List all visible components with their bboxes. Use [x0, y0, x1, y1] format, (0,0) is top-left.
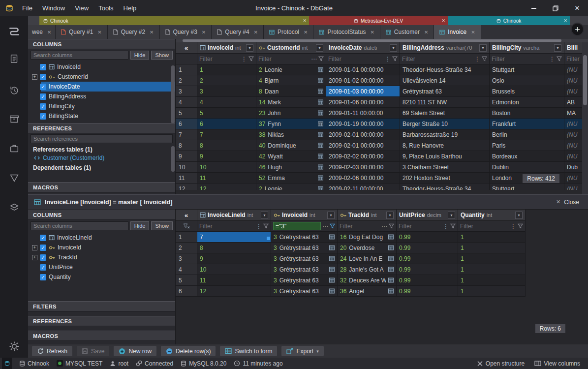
detail-grid-cell-4-quantity[interactable]: 1	[458, 264, 526, 275]
tab-query-4[interactable]: Query #4✕	[212, 25, 264, 39]
main-grid-rownum-6[interactable]: 6	[176, 119, 197, 129]
main-grid-cell-7-customerid[interactable]: 38Niklas	[256, 129, 326, 140]
macros-section-header[interactable]: MACROS	[28, 182, 175, 192]
apps-icon[interactable]	[0, 138, 28, 159]
master-columns-item-invoiceid[interactable]: ✓InvoiceId	[28, 62, 175, 72]
main-grid-rownum-9[interactable]: 9	[176, 151, 197, 162]
detail-grid-cell-3-unitprice[interactable]: 0.99	[397, 253, 458, 264]
main-grid-cell-5-billi[interactable]: MA	[564, 108, 582, 119]
main-grid-cell-3-billingcity[interactable]: Brussels	[490, 86, 564, 97]
tab-group-close-icon[interactable]: ✕	[441, 18, 445, 23]
open-detail-icon[interactable]	[388, 267, 394, 272]
detail-grid-cell-3-trackid[interactable]: 24Love In An E	[338, 253, 397, 264]
detail-grid-cell-3-invoiceid[interactable]: 3Grétrystraat 63	[271, 253, 338, 264]
master-columns-item-billingstate[interactable]: ✓BillingState	[28, 111, 175, 121]
filter-menu-icon[interactable]: ⋮	[241, 56, 247, 62]
funnel-icon[interactable]	[330, 223, 335, 229]
columns-section-header[interactable]: COLUMNS	[28, 210, 175, 220]
filter-menu-icon[interactable]: ⋯	[322, 223, 328, 230]
menu-tools[interactable]: Tools	[93, 0, 118, 16]
column-menu-icon[interactable]: ▾	[386, 212, 394, 219]
detail-grid-filter-invoicelineid[interactable]: Filter⋮	[197, 221, 271, 232]
detail-grid-colheader-invoiceid[interactable]: InvoiceIdint▾	[271, 210, 338, 221]
filter-input[interactable]: Filter	[399, 223, 441, 230]
references-section-header[interactable]: REFERENCES	[28, 123, 175, 133]
main-grid-cell-8-invoicedate[interactable]: 2009-02-01 00:00:00	[326, 140, 400, 151]
filters-section-header[interactable]: FILTERS	[28, 301, 175, 311]
main-grid-rownum-3[interactable]: 3	[176, 86, 197, 97]
hide-button[interactable]: Hide	[130, 51, 150, 60]
open-detail-icon[interactable]	[318, 110, 323, 116]
main-grid-cell-7-invoicedate[interactable]: 2009-02-01 00:00:00	[326, 129, 400, 140]
settings-gear-icon[interactable]	[0, 336, 28, 357]
main-grid-cell-10-billingaddress[interactable]: 3 Chatham Street	[400, 162, 490, 173]
funnel-icon[interactable]	[518, 223, 523, 229]
detail-grid-rownum-4[interactable]: 4	[176, 264, 197, 275]
toolbar-export-button[interactable]: Export▾	[281, 346, 323, 356]
main-grid-filter-billingcity[interactable]: Filter⋮	[490, 54, 564, 64]
main-grid-cell-8-billi[interactable]: (NU	[564, 140, 582, 151]
detail-grid-cell-5-unitprice[interactable]: 0.99	[397, 275, 458, 286]
query-designer-icon[interactable]	[0, 168, 28, 188]
column-menu-icon[interactable]: ▾	[554, 44, 561, 52]
main-grid-colheader-customerid[interactable]: CustomerIdint▾	[256, 42, 326, 54]
scrollbar-thumb[interactable]	[183, 39, 561, 42]
references-section-header[interactable]: REFERENCES	[28, 316, 175, 326]
main-grid-cell-12-customerid[interactable]: 2Leonie	[256, 184, 326, 190]
main-grid-cell-3-billingaddress[interactable]: Grétrystraat 63	[400, 86, 490, 97]
menu-view[interactable]: View	[70, 0, 93, 16]
hide-button[interactable]: Hide	[130, 221, 150, 230]
filter-input[interactable]: Filter	[328, 56, 383, 62]
main-grid-filter-billingaddress[interactable]: Filter⋮	[400, 54, 490, 64]
main-grid-cell-5-customerid[interactable]: 23John	[256, 108, 326, 119]
filter-input[interactable]: Filter	[402, 56, 473, 62]
main-grid-cell-4-invoiceid[interactable]: 4	[197, 97, 256, 108]
scrollbar-thumb[interactable]	[583, 55, 587, 105]
main-grid-cell-5-billingaddress[interactable]: 69 Salem Street	[400, 108, 490, 119]
filter-menu-icon[interactable]: ⋮	[385, 56, 391, 62]
open-detail-icon[interactable]	[329, 267, 335, 272]
main-grid-cell-10-invoiceid[interactable]: 10	[197, 162, 256, 173]
detail-grid-cell-1-unitprice[interactable]: 0.99	[397, 232, 458, 243]
expand-icon[interactable]: +	[32, 245, 37, 250]
detail-grid-cell-2-invoiceid[interactable]: 3Grétrystraat 63	[271, 243, 338, 253]
tab-close-icon[interactable]: ✕	[304, 30, 308, 35]
detail-grid-colheader-trackid[interactable]: TrackIdint▾	[338, 210, 397, 221]
main-grid-cell-6-invoiceid[interactable]: 6	[197, 119, 256, 129]
main-grid-cell-12-invoiceid[interactable]: 12	[197, 184, 256, 190]
open-detail-icon[interactable]	[329, 277, 335, 283]
main-grid-cell-2-invoicedate[interactable]: 2009-01-02 00:00:00	[326, 75, 400, 86]
search-references-input[interactable]	[31, 134, 173, 143]
detail-grid-filter-trackid[interactable]: Filter⋯	[338, 221, 397, 232]
main-grid-filter-billi[interactable]: Filter⋮	[564, 54, 582, 64]
open-detail-icon[interactable]	[329, 256, 335, 261]
main-grid-cell-9-billingcity[interactable]: Bordeaux	[490, 151, 564, 162]
expand-icon[interactable]: +	[32, 74, 37, 80]
dbgate-logo-icon[interactable]	[0, 21, 28, 42]
main-grid-cell-6-billingaddress[interactable]: Berger Straße 10	[400, 119, 490, 129]
menu-file[interactable]: File	[17, 0, 37, 16]
vertical-scrollbar[interactable]	[582, 42, 588, 194]
detail-grid-filter-quantity[interactable]: Filter⋮	[458, 221, 526, 232]
column-menu-icon[interactable]: ▾	[479, 44, 487, 52]
open-detail-icon[interactable]	[388, 245, 394, 250]
main-grid-cell-4-billingaddress[interactable]: 8210 111 ST NW	[400, 97, 490, 108]
history-icon[interactable]	[0, 80, 28, 101]
main-grid-colheader-billi[interactable]: Billi▾	[564, 42, 582, 54]
tab-protocolstatus[interactable]: ProtocolStatus✕	[313, 25, 380, 39]
detail-grid-cell-2-unitprice[interactable]: 0.99	[397, 243, 458, 253]
main-grid-cell-10-invoicedate[interactable]: 2009-02-03 00:00:00	[326, 162, 400, 173]
main-grid-cell-2-billingcity[interactable]: Oslo	[490, 75, 564, 86]
main-grid-cell-7-billingaddress[interactable]: Barbarossastraße 19	[400, 129, 490, 140]
tab-query-3[interactable]: Query #3✕	[160, 25, 212, 39]
funnel-icon[interactable]	[318, 56, 324, 62]
detail-grid-cell-1-invoicelineid[interactable]: 7	[197, 232, 271, 243]
checkbox[interactable]: ✓	[40, 103, 46, 110]
status-open-structure-button[interactable]: Open structure	[477, 360, 525, 367]
main-grid-cell-5-invoiceid[interactable]: 5	[197, 108, 256, 119]
detail-grid-filter-unitprice[interactable]: Filter⋮	[397, 221, 458, 232]
detail-grid-cell-6-invoicelineid[interactable]: 12	[197, 286, 271, 297]
panel-scrollbar[interactable]	[171, 65, 175, 123]
detail-grid-colheader-invoicelineid[interactable]: InvoiceLineIdint▾	[197, 210, 271, 221]
main-grid-cell-8-customerid[interactable]: 40Dominique	[256, 140, 326, 151]
